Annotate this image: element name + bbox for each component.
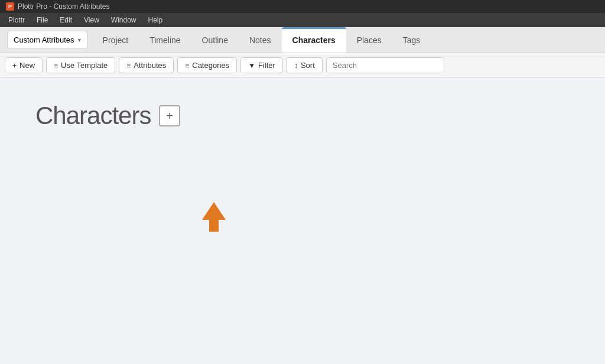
menu-view[interactable]: View (78, 14, 105, 26)
categories-label: Categories (192, 61, 229, 70)
title-bar: P Plottr Pro - Custom Attributes (0, 0, 605, 13)
new-label: New (19, 61, 35, 70)
menu-edit[interactable]: Edit (54, 14, 78, 26)
search-input[interactable] (326, 57, 444, 73)
menu-help[interactable]: Help (142, 14, 169, 26)
filter-button[interactable]: ▼ Filter (240, 57, 283, 73)
tab-outline[interactable]: Outline (191, 29, 239, 53)
menu-window[interactable]: Window (105, 14, 142, 26)
plus-icon: + (12, 61, 17, 70)
tab-bar: Custom Attributes ▾ Project Timeline Out… (0, 27, 605, 53)
tab-places[interactable]: Places (346, 29, 392, 53)
filter-icon: ▼ (248, 61, 255, 70)
attributes-button[interactable]: ≡ Attributes (119, 57, 174, 73)
menu-file[interactable]: File (31, 14, 54, 26)
menu-bar: Plottr File Edit View Window Help (0, 13, 605, 27)
page-heading: Characters + (35, 102, 180, 130)
tab-timeline[interactable]: Timeline (139, 29, 191, 53)
attributes-label: Attributes (134, 61, 166, 70)
page-title: Characters (35, 102, 151, 130)
custom-attributes-dropdown[interactable]: Custom Attributes ▾ (7, 31, 87, 49)
chevron-down-icon: ▾ (78, 37, 81, 43)
arrow-indicator (202, 202, 226, 232)
add-character-button[interactable]: + (159, 105, 180, 126)
arrow-shaft (209, 220, 219, 232)
template-icon: ≡ (54, 61, 58, 70)
app-icon: P (6, 2, 14, 11)
tab-characters[interactable]: Characters (282, 27, 346, 53)
arrow-up-icon (202, 202, 226, 220)
tab-project[interactable]: Project (92, 29, 139, 53)
tab-tags[interactable]: Tags (392, 29, 431, 53)
categories-button[interactable]: ≡ Categories (177, 57, 237, 73)
attributes-icon: ≡ (126, 61, 131, 70)
menu-plottr[interactable]: Plottr (2, 14, 31, 26)
main-content: Characters + (0, 78, 605, 364)
categories-icon: ≡ (185, 61, 189, 70)
toolbar: + New ≡ Use Template ≡ Attributes ≡ Cate… (0, 53, 605, 78)
dropdown-label: Custom Attributes (14, 35, 74, 44)
sort-button[interactable]: ↕ Sort (287, 57, 323, 73)
app-title: Plottr Pro - Custom Attributes (18, 2, 109, 11)
use-template-button[interactable]: ≡ Use Template (46, 57, 115, 73)
use-template-label: Use Template (61, 61, 108, 70)
add-character-icon: + (167, 109, 174, 123)
sort-label: Sort (301, 61, 315, 70)
filter-label: Filter (258, 61, 275, 70)
sort-icon: ↕ (294, 61, 298, 70)
new-button[interactable]: + New (5, 57, 43, 73)
tab-notes[interactable]: Notes (239, 29, 282, 53)
